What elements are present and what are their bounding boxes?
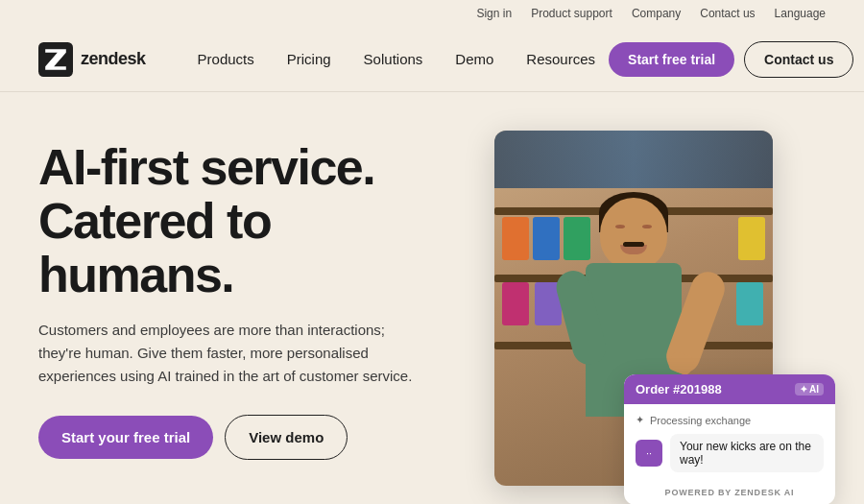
person-head	[600, 198, 667, 270]
nav-solutions[interactable]: Solutions	[350, 43, 437, 75]
shoe-box-4	[738, 217, 765, 260]
hero-headline: AI-first service. Catered to humans.	[38, 140, 442, 301]
message-bubble: Your new kicks are on the way!	[670, 434, 824, 472]
hero-headline-line1: AI-first service.	[38, 139, 374, 195]
contact-us-top-link[interactable]: Contact us	[700, 7, 755, 20]
hero-buttons: Start your free trial View demo	[38, 415, 442, 460]
chat-card-body: ✦ Processing exchange ·· Your new kicks …	[624, 404, 835, 482]
nav-pricing[interactable]: Pricing	[274, 43, 345, 75]
hero-section: AI-first service. Catered to humans. Cus…	[0, 92, 864, 504]
nav-resources[interactable]: Resources	[513, 43, 609, 75]
logo-text: zendesk	[81, 49, 146, 69]
message-row: ·· Your new kicks are on the way!	[636, 434, 824, 472]
chat-card-header: Order #201988 ✦ AI	[624, 374, 835, 404]
ai-badge: ✦ AI	[795, 383, 824, 396]
main-navbar: zendesk Products Pricing Solutions Demo …	[0, 27, 864, 92]
shoe-box-5	[502, 282, 529, 325]
hero-image-area: Order #201988 ✦ AI ✦ Processing exchange…	[442, 131, 826, 504]
nav-start-trial-button[interactable]: Start free trial	[609, 42, 734, 77]
processing-row: ✦ Processing exchange	[636, 414, 824, 426]
processing-label: Processing exchange	[650, 415, 751, 426]
avatar-icon: ··	[646, 447, 652, 459]
hero-headline-line3: humans.	[38, 247, 233, 302]
powered-by: POWERED BY ZENDESK AI	[624, 482, 835, 504]
shoe-box-7	[736, 282, 763, 325]
nav-actions: Start free trial Contact us	[609, 41, 853, 78]
nav-products[interactable]: Products	[184, 43, 268, 75]
nav-links: Products Pricing Solutions Demo Resource…	[184, 43, 610, 75]
hero-view-demo-button[interactable]: View demo	[225, 415, 348, 460]
hero-content-left: AI-first service. Catered to humans. Cus…	[38, 131, 442, 460]
logo-link[interactable]: zendesk	[38, 42, 146, 77]
processing-sparkle-icon: ✦	[636, 414, 644, 426]
zendesk-logo-icon	[38, 42, 73, 77]
hero-subtext: Customers and employees are more than in…	[38, 319, 413, 388]
sign-in-link[interactable]: Sign in	[476, 7, 512, 20]
product-support-link[interactable]: Product support	[531, 7, 612, 20]
message-avatar: ··	[636, 440, 662, 467]
top-utility-bar: Sign in Product support Company Contact …	[0, 0, 864, 27]
order-label: Order #201988	[636, 382, 722, 396]
chat-header-order: Order #201988	[636, 382, 722, 396]
chat-card: Order #201988 ✦ AI ✦ Processing exchange…	[624, 374, 835, 504]
nav-demo[interactable]: Demo	[442, 43, 507, 75]
ai-sparkle-icon: ✦	[800, 384, 807, 395]
hero-start-trial-button[interactable]: Start your free trial	[38, 416, 213, 459]
ai-label: AI	[809, 384, 819, 395]
company-link[interactable]: Company	[632, 7, 681, 20]
hero-headline-line2: Catered to	[38, 193, 271, 249]
nav-contact-button[interactable]: Contact us	[744, 41, 853, 78]
language-link[interactable]: Language	[775, 7, 826, 20]
shoe-box-1	[502, 217, 529, 260]
